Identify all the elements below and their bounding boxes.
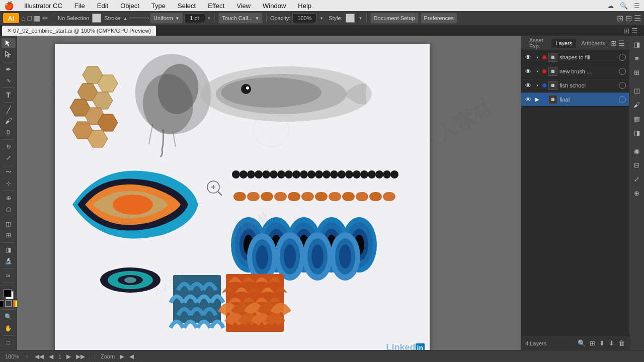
add-layer-icon[interactable]: ⊞ <box>590 339 595 347</box>
style-preview[interactable] <box>346 14 355 23</box>
layer-visibility-4[interactable]: 👁 <box>524 96 532 103</box>
live-paint-tool[interactable]: ⬡ <box>2 204 16 214</box>
type-tool[interactable]: T <box>2 90 16 100</box>
creative-cloud-icon[interactable]: ☁ <box>607 2 614 10</box>
layer-expand-4[interactable]: ▶ <box>534 97 540 102</box>
nav-prev-single[interactable]: ◀ <box>49 353 53 360</box>
mesh-tool[interactable]: ⊞ <box>2 230 16 240</box>
nav-next-single[interactable]: ▶ <box>66 353 71 360</box>
layer-expand-2[interactable]: › <box>534 68 540 74</box>
zoom-tool[interactable]: 🔍 <box>2 312 16 322</box>
stroke-type-dropdown[interactable]: Uniform ▼ <box>150 13 183 24</box>
menu-illustrator[interactable]: Illustrator CC <box>22 2 64 10</box>
touch-callout-dropdown[interactable]: Touch Call... ▼ <box>218 13 262 24</box>
layer-target-3[interactable] <box>619 82 626 89</box>
menu-file[interactable]: File <box>72 2 87 10</box>
menu-view[interactable]: View <box>234 2 253 10</box>
direct-selection-tool[interactable] <box>2 49 16 59</box>
nav-next-icon[interactable]: ▶▶ <box>76 353 85 360</box>
layers-icon[interactable]: ≡ <box>631 52 643 64</box>
menu-window[interactable]: Window <box>261 2 288 10</box>
fill-icon[interactable] <box>0 300 4 307</box>
eyedropper-tool[interactable]: 🔬 <box>2 256 16 266</box>
blend-tool[interactable]: ∞ <box>2 270 16 281</box>
search-layers-icon[interactable]: 🔍 <box>578 339 586 347</box>
paintbrush-tool[interactable]: 🖌 <box>2 116 16 126</box>
nav-prev-icon[interactable]: ◀◀ <box>35 353 44 360</box>
opacity-input[interactable] <box>292 13 316 23</box>
tab-close-icon[interactable]: ✕ <box>7 28 11 33</box>
move-down-icon[interactable]: ⬇ <box>609 339 614 347</box>
zoom-collapse-icon[interactable]: ◀ <box>129 353 134 360</box>
appearance-icon[interactable]: ◉ <box>631 145 643 157</box>
free-transform-tool[interactable]: ⊹ <box>2 178 16 189</box>
arrange-doc-icon[interactable]: ⊞ <box>623 27 629 35</box>
arrange-panels-icon[interactable]: ⊞ <box>617 14 623 23</box>
arrange-icon[interactable]: ▦ <box>34 14 40 22</box>
layer-expand-3[interactable]: › <box>534 82 540 88</box>
document-setup-button[interactable]: Document Setup <box>370 13 419 24</box>
layer-row-fish-school[interactable]: 👁 › ▦ fish school <box>521 78 629 93</box>
layer-row-shapes-to-fill[interactable]: 👁 › ▦ shapes to fill <box>521 50 629 64</box>
line-tool[interactable]: ╱ <box>2 105 16 115</box>
menu-select[interactable]: Select <box>176 2 198 10</box>
warp-tool[interactable]: 〜 <box>2 167 16 177</box>
layer-visibility-1[interactable]: 👁 <box>524 54 532 61</box>
scale-tool[interactable]: ⤢ <box>2 153 16 163</box>
selection-tool[interactable] <box>2 38 16 48</box>
workspace-icon[interactable]: ⊟ <box>625 14 632 23</box>
apple-menu[interactable]: 🍎 <box>4 1 14 11</box>
layer-visibility-2[interactable]: 👁 <box>524 68 532 75</box>
pen-tool[interactable]: ✒ <box>2 64 16 74</box>
toolbar-more-icon[interactable]: ☰ <box>634 14 641 23</box>
layer-visibility-3[interactable]: 👁 <box>524 82 532 89</box>
fill-color-swatch[interactable] <box>92 14 101 23</box>
zoom-expand-icon[interactable]: ▶ <box>120 353 124 360</box>
foreground-color-swatch[interactable] <box>4 289 12 297</box>
menu-extra-icon[interactable]: ☰ <box>634 2 640 10</box>
align-icon[interactable]: ⊟ <box>631 159 643 171</box>
gradients-icon[interactable]: ◨ <box>631 127 643 139</box>
shape-builder-tool[interactable]: ⊕ <box>2 193 16 203</box>
layer-target-2[interactable] <box>619 68 626 75</box>
blob-tool[interactable]: B <box>2 127 16 137</box>
preferences-button[interactable]: Preferences <box>421 13 457 24</box>
transform-icon[interactable]: ⤢ <box>631 173 643 185</box>
move-up-icon[interactable]: ⬆ <box>599 339 605 347</box>
tab-asset-explorer[interactable]: Asset Exp. <box>525 36 550 51</box>
artboard-tool[interactable]: □ <box>2 338 16 348</box>
panel-menu-icon[interactable]: ⊞ <box>610 39 616 47</box>
tile-doc-icon[interactable]: ☰ <box>631 27 638 35</box>
menu-effect[interactable]: Effect <box>206 2 226 10</box>
stroke-value-input[interactable] <box>184 13 205 23</box>
layer-expand-1[interactable]: › <box>534 54 540 60</box>
delete-layer-icon[interactable]: 🗑 <box>618 339 625 347</box>
tab-layers[interactable]: Layers <box>551 39 576 48</box>
swatches-icon[interactable]: ▦ <box>631 113 643 125</box>
libraries-icon[interactable]: ⊞ <box>631 66 643 78</box>
curvature-tool[interactable]: ∿ <box>2 75 16 85</box>
stroke-arrow[interactable]: ▲ <box>123 16 128 21</box>
panel-options-icon[interactable]: ☰ <box>618 39 625 47</box>
pathfinder-icon[interactable]: ⊕ <box>631 187 643 199</box>
search-icon[interactable]: 🔍 <box>620 2 628 10</box>
properties-icon[interactable]: ◨ <box>631 38 643 50</box>
layer-target-1[interactable] <box>619 54 626 61</box>
rotate-tool[interactable]: ↻ <box>2 141 16 151</box>
tab-artboards[interactable]: Artboards <box>577 39 609 48</box>
perspective-tool[interactable]: ◫ <box>2 219 16 229</box>
new-doc-icon[interactable]: □ <box>27 14 31 22</box>
brushes-icon[interactable]: 🖌 <box>631 99 643 111</box>
layer-target-4[interactable] <box>619 96 626 103</box>
stroke-icon[interactable] <box>5 300 12 307</box>
menu-type[interactable]: Type <box>149 2 168 10</box>
gradient-tool[interactable]: ◨ <box>2 245 16 255</box>
menu-edit[interactable]: Edit <box>95 2 110 10</box>
menu-object[interactable]: Object <box>118 2 141 10</box>
pen-icon[interactable]: ✏ <box>42 14 48 22</box>
symbols-icon[interactable]: ◫ <box>631 84 643 97</box>
document-tab[interactable]: ✕ 07_02_combine_start.ai @ 100% (CMYK/GP… <box>2 26 156 36</box>
layer-row-final[interactable]: 👁 ▶ ▦ final <box>521 93 629 107</box>
hand-tool[interactable]: ✋ <box>2 323 16 333</box>
layer-row-new-brush[interactable]: 👁 › ▦ new brush ... <box>521 64 629 78</box>
